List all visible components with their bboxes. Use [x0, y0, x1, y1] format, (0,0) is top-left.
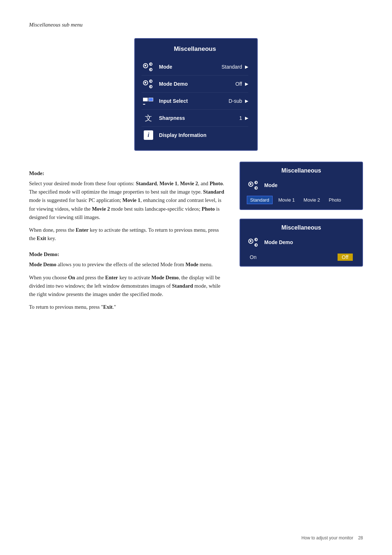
demo-option-on: On	[250, 254, 257, 260]
mode-demo-section-title: Mode Demo:	[29, 251, 225, 258]
section-heading: Miscellaneous sub menu	[29, 22, 363, 28]
input-select-label: Input Select	[159, 98, 229, 104]
sharpness-value: 1	[239, 115, 242, 121]
osd-row-input-select: Input Select D-sub ▶	[142, 93, 248, 110]
mode-osd-label: Mode	[264, 182, 356, 188]
mode-demo-osd-row: Mode Demo	[247, 235, 356, 249]
osd-row-display-info: i Display Information	[142, 127, 248, 143]
mode-section-title: Mode:	[29, 170, 225, 177]
display-info-icon: i	[142, 130, 155, 141]
demo-options-row: On Off	[247, 254, 356, 261]
page-footer: How to adjust your monitor 28	[302, 535, 363, 540]
mode-demo-osd-icon	[247, 237, 261, 248]
mode-demo-paragraph2: When you choose On and press the Enter k…	[29, 274, 225, 299]
left-content: Mode: Select your desired mode from thes…	[29, 162, 225, 316]
demo-option-off: Off	[338, 254, 353, 261]
mode-arrow: ▶	[245, 64, 248, 69]
mode-demo-icon	[142, 78, 155, 89]
footer-text: How to adjust your monitor	[302, 535, 354, 540]
osd-row-mode-demo: Mode Demo Off ▶	[142, 76, 248, 93]
mode-demo-arrow: ▶	[245, 81, 248, 86]
mode-demo-label: Mode Demo	[159, 81, 236, 87]
mode-demo-paragraph3: To return to previous menu, press "Exit.…	[29, 303, 225, 311]
mode-selection-osd: Miscellaneous Mode Standard Movie 1	[240, 162, 363, 210]
sharpness-arrow: ▶	[245, 116, 248, 121]
mode-osd-row: Mode	[247, 178, 356, 192]
mode-demo-paragraph1: Mode Demo allows you to preview the effe…	[29, 260, 225, 269]
osd-row-sharpness: 文 Sharpness 1 ▶	[142, 110, 248, 127]
main-osd-menu: Miscellaneous Mode Standard ▶	[134, 38, 258, 151]
sharpness-label: Sharpness	[159, 115, 239, 121]
mode-option-photo: Photo	[326, 196, 344, 204]
osd-row-mode: Mode Standard ▶	[142, 58, 248, 76]
mode-demo-value: Off	[236, 81, 242, 87]
mode-option-movie1: Movie 1	[275, 196, 298, 204]
mode-osd-title: Miscellaneous	[247, 167, 356, 174]
mode-option-standard: Standard	[247, 196, 273, 204]
mode-paragraph1: Select your desired mode from these four…	[29, 179, 225, 222]
mode-demo-osd-label: Mode Demo	[264, 239, 356, 245]
mode-options-row: Standard Movie 1 Movie 2 Photo	[247, 196, 356, 204]
mode-paragraph2: When done, press the Enter key to activa…	[29, 226, 225, 243]
display-info-label: Display Information	[159, 132, 248, 138]
mode-label: Mode	[159, 64, 221, 70]
mode-osd-icon	[247, 180, 261, 191]
mode-demo-osd: Miscellaneous Mode Demo On Off	[240, 219, 363, 267]
right-osds: Miscellaneous Mode Standard Movie 1	[240, 162, 363, 316]
input-select-icon	[142, 96, 155, 106]
mode-icon	[142, 61, 155, 72]
sharpness-icon: 文	[142, 113, 155, 123]
main-osd-title: Miscellaneous	[142, 45, 248, 53]
mode-option-movie2: Movie 2	[301, 196, 323, 204]
input-select-arrow: ▶	[245, 98, 248, 104]
mode-value: Standard	[221, 64, 242, 70]
footer-page: 28	[358, 535, 363, 540]
input-select-value: D-sub	[229, 98, 242, 104]
mode-demo-osd-title: Miscellaneous	[247, 224, 356, 231]
